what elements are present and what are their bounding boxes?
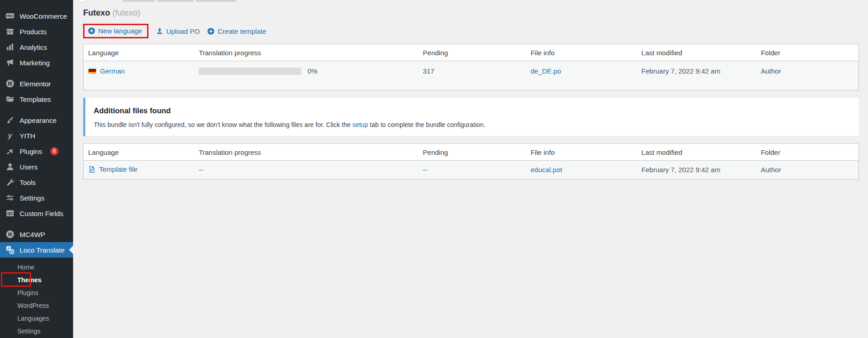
submenu-item-settings[interactable]: Settings [0, 325, 73, 338]
templates-folder-icon [5, 95, 15, 104]
elementor-icon [5, 79, 15, 88]
sidebar-item-plugins[interactable]: Plugins 6 [0, 143, 73, 159]
german-language-link[interactable]: German [100, 67, 125, 75]
menu-separator [0, 107, 73, 112]
sidebar-item-label: Analytics [20, 43, 47, 51]
column-header-language: Language [84, 44, 195, 61]
actions-toolbar: New language Upload PO Create template [83, 24, 859, 38]
sidebar-item-label: Settings [20, 194, 44, 202]
submenu-label: Languages [17, 315, 49, 322]
new-language-button[interactable]: New language [88, 27, 142, 35]
pot-file-link[interactable]: educal.pot [530, 166, 562, 174]
column-header-file-info: File info [526, 144, 637, 161]
sidebar-item-woocommerce[interactable]: Woo WooCommerce [0, 8, 73, 24]
languages-table: Language Translation progress Pending Fi… [83, 44, 859, 90]
submenu-item-wordpress[interactable]: WordPress [0, 299, 73, 312]
sidebar-item-mc4wp[interactable]: M MC4WP [0, 227, 73, 242]
template-files-table: Language Translation progress Pending Fi… [83, 143, 859, 180]
menu-separator [0, 221, 73, 227]
column-header-language: Language [84, 144, 195, 161]
pending-placeholder: -- [423, 166, 428, 174]
svg-text:y: y [7, 131, 13, 140]
additional-files-notice: Additional files found This bundle isn't… [83, 98, 859, 136]
submenu-label: Home [17, 264, 34, 271]
sidebar-item-label: Marketing [20, 59, 50, 67]
sidebar-item-loco-translate[interactable]: A Loco Translate [0, 242, 73, 258]
yith-icon: y [5, 131, 15, 140]
sidebar-item-marketing[interactable]: Marketing [0, 55, 73, 70]
svg-text:A: A [7, 246, 10, 251]
template-file-link[interactable]: Template file [99, 165, 138, 173]
table-row-german: German 0% 317 de_DE.po February 7, 2022 … [84, 61, 859, 90]
custom-fields-table-icon [5, 209, 15, 218]
page-title: Futexo (futexo) [83, 8, 859, 18]
folder-value: Author [761, 67, 781, 75]
sidebar-item-custom-fields[interactable]: Custom Fields [0, 206, 73, 221]
top-tab-stub[interactable] [196, 0, 236, 2]
loco-translate-submenu: Home Themes Plugins WordPress Languages … [0, 258, 73, 338]
submenu-item-home[interactable]: Home [0, 261, 73, 274]
analytics-chart-icon [5, 42, 15, 52]
products-box-icon [5, 27, 15, 36]
admin-menu: Woo WooCommerce Products Analytics [0, 0, 73, 338]
sidebar-item-label: YITH [20, 132, 35, 140]
svg-text:Woo: Woo [7, 14, 13, 17]
table-row-template-file: Template file -- -- educal.pot February … [84, 161, 859, 180]
sidebar-item-products[interactable]: Products [0, 24, 73, 39]
top-tab-stub[interactable] [157, 0, 193, 2]
submenu-label: WordPress [17, 302, 49, 309]
plugins-update-badge: 6 [50, 147, 58, 155]
setup-tab-link[interactable]: setup [352, 121, 368, 128]
sidebar-item-appearance[interactable]: Appearance [0, 112, 73, 128]
plus-circle-icon [207, 27, 215, 35]
po-file-link[interactable]: de_DE.po [530, 67, 561, 75]
sidebar-item-label: Tools [20, 179, 36, 186]
column-header-pending: Pending [418, 44, 526, 61]
sidebar-item-label: Plugins [20, 148, 42, 155]
plugins-plug-icon [5, 147, 15, 156]
sidebar-item-elementor[interactable]: Elementor [0, 76, 73, 91]
submenu-item-themes[interactable]: Themes [0, 274, 73, 286]
sidebar-item-analytics[interactable]: Analytics [0, 39, 73, 55]
submenu-item-languages[interactable]: Languages [0, 312, 73, 325]
progress-placeholder: -- [199, 166, 203, 174]
document-icon [88, 166, 95, 173]
sidebar-item-settings[interactable]: Settings [0, 190, 73, 206]
tools-wrench-icon [5, 178, 15, 187]
sidebar-item-label: Users [20, 163, 37, 171]
marketing-megaphone-icon [5, 58, 15, 67]
admin-sidebar: Woo WooCommerce Products Analytics [0, 0, 73, 338]
sidebar-item-label: Custom Fields [20, 210, 64, 217]
sidebar-item-label: WooCommerce [20, 12, 67, 20]
annotation-box-new-language: New language [83, 24, 148, 38]
submenu-label: Settings [17, 327, 41, 335]
submenu-item-plugins[interactable]: Plugins [0, 286, 73, 299]
sidebar-item-templates[interactable]: Templates [0, 91, 73, 107]
plus-circle-icon [88, 27, 95, 35]
sidebar-item-label: Elementor [20, 80, 51, 88]
column-header-folder: Folder [756, 44, 858, 61]
bundle-slug: (futexo) [112, 8, 140, 17]
settings-sliders-icon [5, 193, 15, 202]
sidebar-item-label: MC4WP [20, 231, 45, 238]
column-header-last-modified: Last modified [637, 44, 756, 61]
sidebar-item-label: Appearance [20, 116, 57, 124]
upload-po-button[interactable]: Upload PO [156, 27, 200, 35]
mc4wp-icon: M [5, 230, 15, 239]
last-modified-value: February 7, 2022 9:42 am [641, 67, 720, 75]
table-header-row: Language Translation progress Pending Fi… [84, 144, 859, 161]
sidebar-item-yith[interactable]: y YITH [0, 128, 73, 143]
upload-po-label: Upload PO [166, 27, 200, 35]
notice-title: Additional files found [94, 106, 851, 115]
last-modified-value: February 7, 2022 9:42 am [641, 166, 720, 174]
submenu-label: Themes [17, 276, 42, 284]
top-tab-stub[interactable] [122, 0, 154, 2]
top-tab-stub[interactable] [79, 0, 86, 2]
users-person-icon [5, 162, 15, 171]
svg-text:M: M [8, 232, 12, 237]
create-template-label: Create template [217, 27, 266, 35]
sidebar-item-users[interactable]: Users [0, 159, 73, 174]
sidebar-item-tools[interactable]: Tools [0, 174, 73, 190]
create-template-button[interactable]: Create template [207, 27, 266, 35]
bundle-name: Futexo [83, 8, 110, 17]
